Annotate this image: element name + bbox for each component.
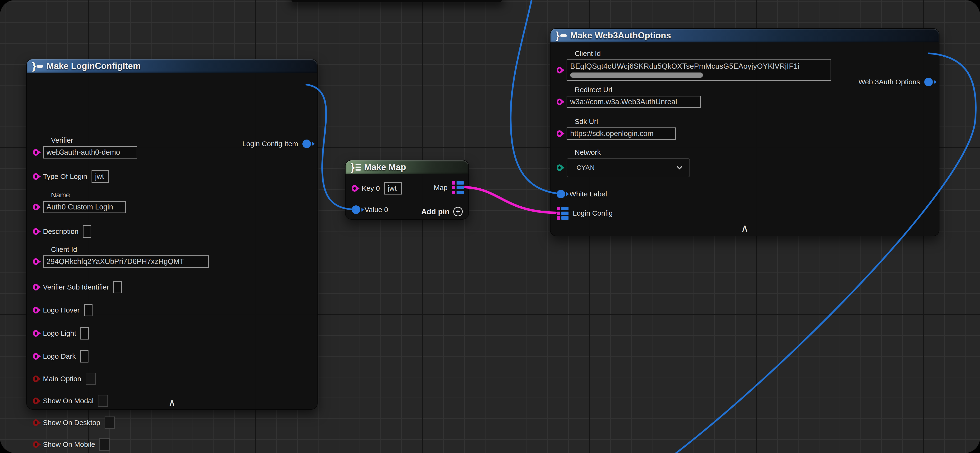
name-pin[interactable] [33,204,39,211]
collapse-chevron-icon[interactable]: ∧ [168,398,176,408]
make-struct-icon: } [32,61,43,71]
redirect-url-row: Redirect Url w3a://com.w3a.Web3AuthUnrea… [557,86,701,108]
show-on-desktop-checkbox[interactable] [105,417,115,429]
client-id-pin[interactable] [33,258,39,265]
node-header[interactable]: } Make Web3AuthOptions [550,29,939,43]
main-option-checkbox[interactable] [86,373,96,385]
verifier-sub-identifier-input[interactable] [113,281,122,293]
name-input[interactable]: Auth0 Custom Login [43,201,126,213]
network-pin[interactable] [557,165,562,171]
sdk-url-row: Sdk Url https://sdk.openlogin.com [557,117,676,140]
client-id-input[interactable]: BEglQSgt4cUWcj6SKRdu5QkOXTsePmMcusG5EAoy… [566,59,831,81]
redirect-url-pin[interactable] [557,98,562,105]
logo-dark-pin[interactable] [33,353,39,360]
client-id-pin[interactable] [557,67,562,73]
offscreen-node-edge [291,0,502,2]
make-struct-icon: } [556,30,567,41]
node-make-map[interactable]: } Make Map Key 0 jwt Map Value 0 Add pin [345,160,469,220]
type-of-login-pin[interactable] [33,173,39,180]
client-id-row: Client Id 294QRkchfq2YaXUbPri7D6PH7xzHgQ… [33,246,209,268]
main-option-row: Main Option [33,373,96,385]
network-dropdown[interactable]: CYAN [566,158,690,177]
node-make-web3authoptions[interactable]: } Make Web3AuthOptions Web 3Auth Options… [550,28,939,236]
make-map-icon: } [351,162,361,172]
show-on-modal-row: Show On Modal [33,395,108,407]
sdk-url-pin[interactable] [557,130,562,137]
description-row: Description [33,225,91,238]
logo-light-input[interactable] [80,327,89,339]
logo-dark-row: Logo Dark [33,350,89,363]
show-on-modal-pin[interactable] [33,398,39,404]
show-on-mobile-pin[interactable] [33,441,39,448]
web3auth-options-output-pin[interactable] [924,78,933,86]
blueprint-editor: } Make LoginConfigItem Login Config Item… [0,0,980,453]
node-header[interactable]: } Make Map [345,160,468,174]
white-label-pin[interactable] [557,190,565,198]
description-pin[interactable] [33,228,39,235]
sdk-url-input[interactable]: https://sdk.openlogin.com [566,127,676,140]
output-login-config-item: Login Config Item [242,139,311,148]
white-label-row: White Label [557,190,607,198]
add-pin-button[interactable]: Add pin [421,207,463,216]
show-on-mobile-checkbox[interactable] [99,438,110,451]
network-row: Network CYAN [557,148,690,177]
show-on-modal-checkbox[interactable] [98,395,108,407]
verifier-input[interactable]: web3auth-auth0-demo [43,146,137,158]
verifier-row: Verifier web3auth-auth0-demo [33,136,137,158]
node-make-loginconfigitem[interactable]: } Make LoginConfigItem Login Config Item… [26,59,318,410]
login-config-item-output-pin[interactable] [302,139,311,148]
main-option-pin[interactable] [33,375,39,382]
output-web3auth-options: Web 3Auth Options [858,78,933,86]
node-title: Make LoginConfigItem [46,61,141,71]
logo-light-row: Logo Light [33,327,89,339]
value0-pin[interactable] [352,206,360,214]
value0-row: Value 0 [352,206,388,214]
map-output-pin[interactable] [452,181,464,194]
name-row: Name Auth0 Custom Login [33,191,126,213]
show-on-desktop-row: Show On Desktop [33,417,115,429]
description-input[interactable] [83,225,91,238]
node-title: Make Map [364,162,406,172]
wire-map-to-login-config[interactable] [465,187,555,213]
chevron-down-icon [677,164,682,169]
client-id-scrollbar[interactable] [570,73,703,78]
map-output: Map [434,181,464,194]
key0-row: Key 0 jwt [352,182,402,195]
login-config-row: Login Config [557,207,612,220]
show-on-desktop-pin[interactable] [33,419,39,426]
add-pin-icon [453,207,463,216]
client-id-input[interactable]: 294QRkchfq2YaXUbPri7D6PH7xzHgQMT [43,255,209,268]
type-of-login-input[interactable]: jwt [92,170,109,183]
logo-hover-row: Logo Hover [33,304,92,316]
type-of-login-row: Type Of Login jwt [33,170,109,183]
login-config-pin[interactable] [557,207,568,220]
logo-hover-input[interactable] [84,304,92,316]
node-header[interactable]: } Make LoginConfigItem [27,59,317,73]
key0-pin[interactable] [352,185,358,192]
verifier-sub-identifier-row: Verifier Sub Identifier [33,281,122,293]
show-on-mobile-row: Show On Mobile [33,438,110,451]
node-title: Make Web3AuthOptions [570,30,671,41]
verifier-sub-identifier-pin[interactable] [33,284,39,290]
key0-input[interactable]: jwt [384,182,402,195]
logo-hover-pin[interactable] [33,307,39,314]
collapse-chevron-icon[interactable]: ∧ [741,223,749,233]
client-id-row: Client Id BEglQSgt4cUWcj6SKRdu5QkOXTsePm… [557,49,831,81]
logo-light-pin[interactable] [33,330,39,337]
logo-dark-input[interactable] [80,350,89,363]
verifier-pin[interactable] [33,149,39,156]
redirect-url-input[interactable]: w3a://com.w3a.Web3AuthUnreal [566,96,701,108]
blueprint-canvas[interactable]: } Make LoginConfigItem Login Config Item… [0,0,980,453]
